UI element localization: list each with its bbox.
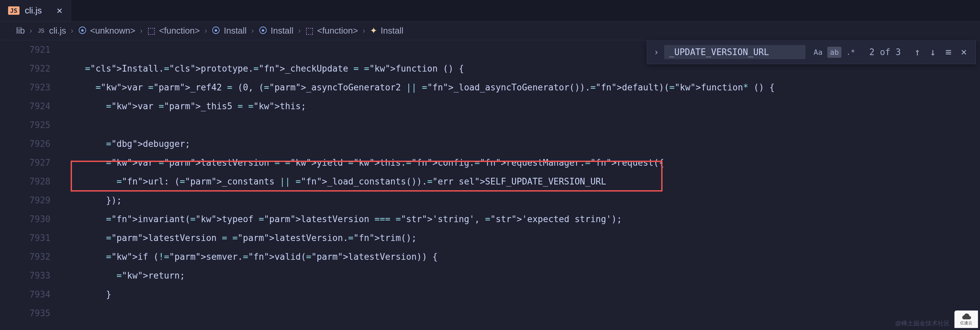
code-line[interactable]: ="kw">if (!="parm">semver.="fn">valid(="… [64,248,980,266]
breadcrumb: lib › JScli.js › ⦿<unknown> › ⬚<function… [0,22,980,40]
code-line[interactable] [64,116,980,135]
breadcrumb-item[interactable]: ⬚<function> [305,25,358,36]
find-next-button[interactable]: ↓ [928,47,938,57]
chevron-right-icon: › [204,27,207,35]
tab-bar: JS cli.js × [0,0,980,22]
code-line[interactable]: ="parm">latestVersion = ="parm">latestVe… [64,228,980,248]
match-case-toggle[interactable]: Aa [811,47,825,58]
find-filter-button[interactable]: ≡ [943,47,953,57]
line-number: 7930 [0,210,51,228]
code-line[interactable]: }); [64,191,980,210]
breadcrumb-item[interactable]: ⦿Install [259,25,294,36]
cube-icon: ⬚ [305,25,314,36]
chevron-right-icon: › [29,27,33,35]
breadcrumb-item[interactable]: JScli.js [37,25,66,36]
line-number: 7932 [0,248,51,266]
brackets-icon: ⦿ [212,25,220,36]
code-line[interactable]: ="kw">var ="parm">_this5 = ="kw">this; [64,97,980,116]
line-number: 7929 [0,191,51,210]
brackets-icon: ⦿ [78,25,87,36]
code-line[interactable]: ="fn">url: (="parm">_constants || ="fn">… [64,172,980,191]
breadcrumb-item[interactable]: ⦿Install [212,25,247,36]
code-line[interactable]: ="kw">var ="parm">latestVersion = ="kw">… [64,153,980,172]
code-line[interactable]: ="kw">var ="parm">_ref42 = (0, (="parm">… [64,78,980,97]
chevron-right-icon: › [362,27,366,35]
breadcrumb-item[interactable]: ✦Install [370,25,404,36]
breadcrumb-item[interactable]: lib [16,25,25,36]
line-number: 7935 [0,304,51,323]
chevron-right-icon: › [298,27,301,35]
line-number: 7927 [0,153,51,172]
code-editor[interactable]: 7921792279237924792579267927792879297930… [0,40,980,330]
chevron-right-icon: › [70,27,74,35]
line-number: 7926 [0,135,51,153]
find-options: Aa ab .* [811,47,858,58]
line-number: 7928 [0,172,51,191]
code-line[interactable]: ="fn">invariant(="kw">typeof ="parm">lat… [64,210,980,228]
close-icon[interactable]: × [959,47,969,57]
line-number: 7922 [0,59,51,78]
regex-toggle[interactable]: .* [843,47,858,58]
chevron-right-icon[interactable]: › [654,47,659,57]
line-number: 7921 [0,40,51,59]
cube-icon: ⬚ [147,25,156,36]
code-line[interactable] [64,304,980,323]
find-prev-button[interactable]: ↑ [912,47,923,57]
breadcrumb-item[interactable]: ⦿<unknown> [78,25,135,36]
tab-label: cli.js [25,5,42,16]
find-widget: › Aa ab .* 2 of 3 ↑ ↓ ≡ × [647,40,976,64]
code-line[interactable]: ="dbg">debugger; [64,135,980,153]
find-result-count: 2 of 3 [869,47,901,57]
whole-word-toggle[interactable]: ab [827,47,842,58]
line-number: 7923 [0,78,51,97]
js-file-icon: JS [8,6,19,15]
code-line[interactable]: ="kw">return; [64,266,980,285]
watermark-text: @稀土掘金技术社区 [895,319,950,327]
tab-cli-js[interactable]: JS cli.js × [0,0,71,21]
cloud-provider-badge: 亿速云 [955,311,978,328]
brackets-icon: ⦿ [259,25,267,36]
code-area[interactable]: › Aa ab .* 2 of 3 ↑ ↓ ≡ × ="cls">Install… [64,40,980,330]
line-number-gutter: 7921792279237924792579267927792879297930… [0,40,64,330]
line-number: 7925 [0,116,51,135]
close-icon[interactable]: × [57,6,62,16]
code-line[interactable]: } [64,285,980,304]
wand-icon: ✦ [370,25,377,36]
breadcrumb-item[interactable]: ⬚<function> [147,25,200,36]
line-number: 7931 [0,228,51,248]
find-input[interactable] [664,45,805,59]
line-number: 7933 [0,266,51,285]
chevron-right-icon: › [251,27,254,35]
chevron-right-icon: › [139,27,143,35]
line-number: 7934 [0,285,51,304]
line-number: 7924 [0,97,51,116]
